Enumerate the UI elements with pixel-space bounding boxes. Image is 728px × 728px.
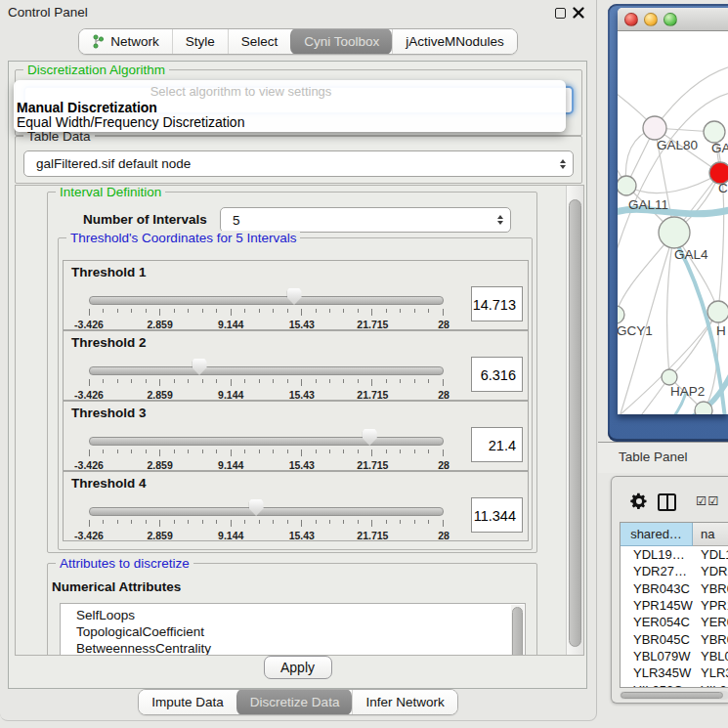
- bottom-tab-discretize-data[interactable]: Discretize Data: [236, 689, 353, 715]
- scale-label: 15.43: [289, 530, 315, 541]
- table-data-combo[interactable]: galFiltered.sif default node: [23, 150, 574, 177]
- threshold-slider[interactable]: -3.4262.8599.14415.4321.71528: [89, 499, 444, 538]
- number-of-intervals-combo[interactable]: 5: [220, 207, 511, 233]
- cell-name[interactable]: YPR1: [693, 597, 728, 614]
- network-canvas[interactable]: GAL80GACGAL11GAL4GCY1HHAP2: [618, 31, 728, 414]
- tab-jactivemnodules[interactable]: jActiveMNodules: [392, 29, 517, 54]
- dropdown-option-equal-width-frequency[interactable]: Equal Width/Frequency Discretization: [17, 114, 244, 130]
- close-traffic-light-icon[interactable]: [624, 13, 638, 26]
- cell-shared-name[interactable]: YBR045C: [621, 630, 693, 647]
- table-row[interactable]: YIL052CYIL0: [621, 681, 728, 688]
- slider-track[interactable]: [89, 296, 444, 305]
- cell-name[interactable]: YDL1: [693, 546, 728, 563]
- threshold-panel: Threshold 2 -3.4262.8599.14415.4321.7152…: [63, 330, 529, 401]
- cell-shared-name[interactable]: YBL079W: [621, 648, 693, 664]
- cell-name[interactable]: YLR3: [693, 664, 728, 681]
- threshold-value-field[interactable]: 11.344: [471, 497, 523, 533]
- cell-shared-name[interactable]: YPR145W: [621, 597, 693, 614]
- close-icon[interactable]: [573, 7, 584, 19]
- threshold-slider[interactable]: -3.4262.8599.14415.4321.71528: [89, 359, 444, 398]
- split-view-icon[interactable]: [658, 493, 676, 511]
- list-scrollbar-thumb[interactable]: [512, 607, 523, 656]
- zoom-traffic-light-icon[interactable]: [664, 13, 677, 26]
- network-node[interactable]: [695, 402, 712, 414]
- column-header-shared-name[interactable]: shared…: [621, 523, 693, 546]
- network-window-titlebar: [618, 8, 728, 31]
- table-data-combo-value: galFiltered.sif default node: [36, 151, 191, 176]
- network-node[interactable]: [707, 301, 728, 322]
- tab-style[interactable]: Style: [172, 29, 228, 54]
- list-item[interactable]: TopologicalCoefficient: [61, 623, 525, 640]
- bottom-tab-bar: Impute DataDiscretize DataInfer Network: [138, 689, 457, 715]
- list-item[interactable]: BetweennessCentrality: [61, 640, 525, 656]
- checkbox-icons[interactable]: ☑☑: [696, 493, 719, 508]
- cell-shared-name[interactable]: YDL19…: [621, 546, 693, 563]
- network-edge[interactable]: [667, 233, 674, 377]
- slider-track[interactable]: [89, 437, 444, 446]
- network-edge[interactable]: [655, 65, 728, 128]
- table-panel-title: Table Panel: [619, 450, 688, 464]
- network-node[interactable]: [618, 306, 624, 323]
- cell-name[interactable]: YBL0: [693, 648, 728, 664]
- tab-select[interactable]: Select: [228, 29, 291, 54]
- network-edge[interactable]: [618, 377, 669, 414]
- table-row[interactable]: YBR045CYBR0: [621, 630, 728, 647]
- column-header-name[interactable]: na: [693, 523, 728, 546]
- cell-shared-name[interactable]: YDR27…: [621, 563, 693, 579]
- table-row[interactable]: YER054CYER0: [621, 614, 728, 630]
- cell-name[interactable]: YIL0: [693, 681, 728, 688]
- threshold-label: Threshold 3: [71, 406, 147, 420]
- slider-track[interactable]: [89, 366, 444, 375]
- threshold-value-field[interactable]: 6.316: [471, 357, 523, 392]
- scale-label: 15.43: [289, 459, 315, 471]
- cell-name[interactable]: YBR0: [693, 630, 728, 647]
- cell-shared-name[interactable]: YER054C: [621, 614, 693, 630]
- node-table[interactable]: shared… na YDL19…YDL1YDR27…YDR2YBR043CYB…: [620, 522, 728, 688]
- scale-label: -3.426: [74, 459, 104, 471]
- table-row[interactable]: YDL19…YDL1: [621, 546, 728, 563]
- network-node[interactable]: [659, 217, 690, 248]
- numerical-attributes-list[interactable]: SelfLoopsTopologicalCoefficientBetweenne…: [60, 603, 526, 656]
- tab-label: Select: [241, 34, 278, 49]
- table-row[interactable]: YPR145WYPR1: [621, 597, 728, 614]
- tab-cyni-toolbox[interactable]: Cyni Toolbox: [290, 28, 392, 55]
- cell-name[interactable]: YBR0: [693, 580, 728, 597]
- network-node[interactable]: [662, 369, 677, 385]
- table-row[interactable]: YBR043CYBR0: [621, 580, 728, 597]
- list-scrollbar[interactable]: [511, 605, 524, 656]
- table-header-row: shared… na: [621, 523, 728, 546]
- control-panel-titlebar: Control Panel: [0, 0, 596, 25]
- scale-label: 2.859: [147, 530, 172, 541]
- panel-scrollbar-thumb[interactable]: [569, 199, 581, 647]
- network-node[interactable]: [618, 176, 636, 195]
- bottom-tab-infer-network[interactable]: Infer Network: [352, 690, 456, 714]
- table-row[interactable]: YBL079WYBL0: [621, 648, 728, 664]
- table-h-scrollbar[interactable]: [620, 691, 728, 700]
- gear-icon[interactable]: [630, 492, 648, 510]
- network-node[interactable]: [643, 116, 666, 140]
- panel-scrollbar[interactable]: [566, 186, 583, 655]
- cell-name[interactable]: YDR2: [693, 563, 728, 579]
- threshold-value-field[interactable]: 21.4: [471, 427, 523, 462]
- table-row[interactable]: YDR27…YDR2: [621, 563, 728, 579]
- cell-shared-name[interactable]: YBR043C: [621, 580, 693, 597]
- network-edge[interactable]: [714, 132, 724, 312]
- minimize-traffic-light-icon[interactable]: [644, 13, 658, 26]
- cell-name[interactable]: YER0: [693, 614, 728, 630]
- network-node[interactable]: [704, 121, 725, 143]
- bottom-tab-impute-data[interactable]: Impute Data: [139, 690, 236, 714]
- cell-shared-name[interactable]: YLR345W: [621, 664, 693, 681]
- dropdown-option-manual-discretization[interactable]: Manual Discretization: [17, 100, 157, 115]
- tab-network[interactable]: Network: [79, 29, 172, 54]
- table-row[interactable]: YLR345WYLR3: [621, 664, 728, 681]
- cell-shared-name[interactable]: YIL052C: [621, 681, 693, 688]
- apply-button[interactable]: Apply: [264, 656, 332, 679]
- threshold-value-field[interactable]: 14.713: [471, 286, 523, 321]
- threshold-slider[interactable]: -3.4262.8599.14415.4321.71528: [89, 429, 444, 468]
- table-h-scrollbar-thumb[interactable]: [621, 692, 723, 699]
- threshold-slider[interactable]: -3.4262.8599.14415.4321.71528: [89, 288, 444, 327]
- list-item[interactable]: SelfLoops: [61, 604, 525, 623]
- slider-track[interactable]: [89, 507, 444, 516]
- float-window-icon[interactable]: [555, 8, 566, 19]
- threshold-label: Threshold 4: [71, 476, 147, 491]
